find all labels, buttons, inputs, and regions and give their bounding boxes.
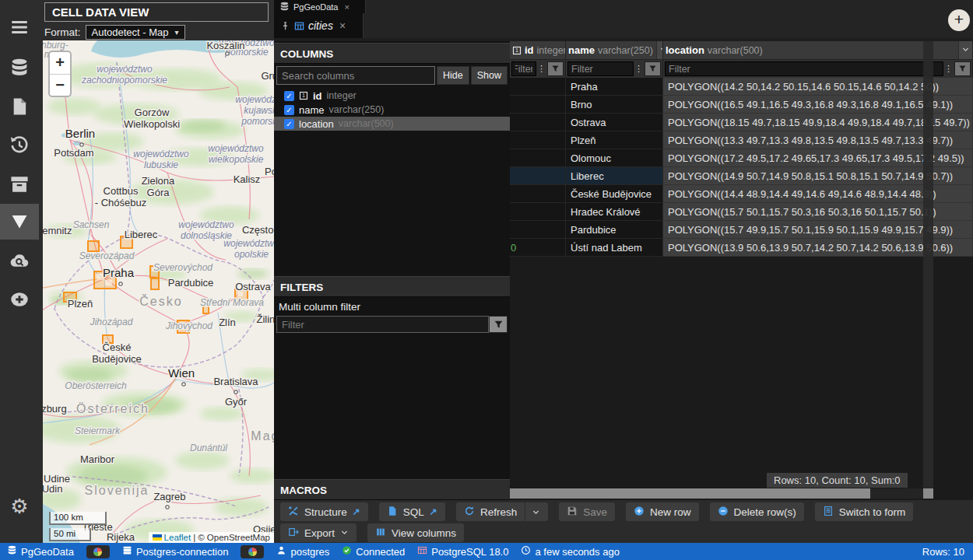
search-columns-input[interactable]	[276, 66, 435, 85]
history-icon[interactable]	[0, 128, 39, 163]
checkbox[interactable]: ✓	[284, 105, 294, 115]
close-icon[interactable]: ×	[339, 19, 346, 32]
cloud-search-icon[interactable]	[0, 243, 39, 278]
statusbar-server-item[interactable]: Postgres-connection	[122, 545, 229, 558]
cell-name[interactable]: Ústí nad Labem	[566, 239, 663, 257]
new-row-button[interactable]: New row	[626, 502, 699, 521]
geometry-marker[interactable]	[151, 278, 159, 289]
column-menu-button[interactable]	[656, 41, 663, 60]
cell-name[interactable]: České Budějovice	[566, 185, 663, 203]
cell-name[interactable]: Ostrava	[566, 114, 663, 131]
statusbar-user-item[interactable]: postgres	[276, 545, 329, 558]
tab-pggeodata[interactable]: PgGeoData ×	[274, 0, 366, 13]
cell-data-view-icon[interactable]	[0, 204, 39, 240]
sql-button[interactable]: SQL↗	[379, 502, 445, 521]
cell-id[interactable]	[510, 185, 566, 203]
filters-panel-header[interactable]: FILTERS	[274, 276, 510, 297]
database-color-button[interactable]	[86, 545, 110, 558]
filter-funnel-button[interactable]	[645, 61, 661, 76]
cell-id[interactable]	[510, 167, 566, 185]
grid-column-header-name[interactable]: namevarchar(250)	[566, 41, 663, 60]
filter-options-button[interactable]: ⋮	[943, 64, 954, 74]
filter-funnel-button[interactable]	[954, 61, 971, 76]
table-row[interactable]: OlomoucPOLYGON((17.2 49.5,17.2 49.65,17.…	[510, 149, 973, 167]
checkbox[interactable]: ✓	[284, 119, 294, 129]
cell-id[interactable]	[510, 78, 566, 96]
cell-id[interactable]: 0	[510, 239, 566, 257]
table-row[interactable]: PardubicePOLYGON((15.7 49.9,15.7 50.1,15…	[510, 221, 973, 239]
database-color-button[interactable]	[241, 545, 264, 558]
cell-name[interactable]: Liberec	[566, 167, 663, 185]
cell-name[interactable]: Pardubice	[566, 221, 663, 239]
statusbar-version-item[interactable]: PostgreSQL 18.0	[417, 545, 508, 558]
refresh-button[interactable]: Refresh	[456, 502, 548, 521]
cell-name[interactable]: Hradec Králové	[566, 203, 663, 221]
table-row[interactable]: Hradec KrálovéPOLYGON((15.7 50.1,15.7 50…	[510, 203, 973, 221]
dropdown-toggle[interactable]	[525, 502, 540, 521]
database-icon[interactable]	[0, 50, 39, 86]
columns-panel-header[interactable]: COLUMNS	[274, 43, 510, 64]
new-tab-button[interactable]: +	[948, 9, 970, 31]
cell-name[interactable]: Brno	[566, 96, 663, 114]
cell-name[interactable]: Plzeň	[566, 131, 663, 149]
horizontal-scrollbar[interactable]	[510, 488, 923, 499]
add-circle-icon[interactable]	[0, 282, 39, 317]
zoom-out-button[interactable]: −	[50, 74, 70, 96]
grid-filter-input-location[interactable]	[665, 61, 943, 76]
grid-column-header-id[interactable]: 1idinteger	[510, 41, 566, 60]
filter-options-button[interactable]: ⋮	[634, 64, 644, 74]
tab-cities[interactable]: cities ×	[274, 13, 364, 38]
cell-id[interactable]	[510, 114, 566, 131]
filter-options-button[interactable]: ⋮	[536, 64, 546, 74]
statusbar-clock-item[interactable]: a few seconds ago	[521, 545, 619, 558]
table-row[interactable]: PlzeňPOLYGON((13.3 49.7,13.3 49.8,13.5 4…	[510, 131, 973, 149]
format-select[interactable]: Autodetect - Map ▾	[86, 25, 185, 40]
structure-button[interactable]: Structure↗	[280, 502, 368, 521]
vertical-scrollbar[interactable]	[923, 41, 933, 499]
leaflet-map[interactable]: enburg-miwojewództwopomorskieKoszalinwoj…	[43, 40, 274, 543]
grid-filter-input-name[interactable]	[567, 61, 634, 76]
cell-id[interactable]	[510, 96, 566, 114]
view-columns-button[interactable]: View columns	[367, 523, 464, 542]
cell-id[interactable]	[510, 221, 566, 239]
statusbar-database-item[interactable]: PgGeoData	[7, 545, 74, 558]
settings-icon[interactable]: ⚙	[0, 488, 39, 524]
table-row[interactable]: 0Ústí nad LabemPOLYGON((13.9 50.6,13.9 5…	[510, 239, 973, 257]
map-label: Dunántúl	[190, 443, 227, 453]
column-list-item-name[interactable]: ✓namevarchar(250)	[274, 103, 510, 117]
table-row[interactable]: České BudějovicePOLYGON((14.4 48.9,14.4 …	[510, 185, 973, 203]
vertical-scrollbar-thumb[interactable]	[923, 488, 933, 499]
checkbox[interactable]: ✓	[284, 91, 294, 101]
cell-id[interactable]	[510, 203, 566, 221]
column-list-item-location[interactable]: ✓locationvarchar(500)	[274, 117, 510, 131]
grid-filter-input-id[interactable]	[511, 61, 536, 76]
export-button[interactable]: Export	[280, 523, 357, 542]
zoom-in-button[interactable]: +	[50, 52, 70, 74]
cell-id[interactable]	[510, 149, 566, 167]
close-icon[interactable]: ×	[344, 2, 349, 12]
table-row[interactable]: LiberecPOLYGON((14.9 50.7,14.9 50.8,15.1…	[510, 167, 973, 185]
filter-funnel-button[interactable]	[547, 61, 564, 76]
archive-icon[interactable]	[0, 166, 39, 202]
table-row[interactable]: OstravaPOLYGON((18.15 49.7,18.15 49.9,18…	[510, 114, 973, 131]
file-icon[interactable]	[0, 89, 39, 124]
horizontal-scrollbar-thumb[interactable]	[510, 488, 870, 499]
statusbar-check-item[interactable]: Connected	[342, 545, 405, 558]
cell-name[interactable]: Praha	[566, 78, 663, 96]
column-menu-button[interactable]	[958, 41, 972, 60]
delete-row-s--button[interactable]: Delete row(s)	[710, 502, 804, 521]
macros-panel-header[interactable]: MACROS	[274, 479, 510, 500]
filter-funnel-button[interactable]	[489, 316, 508, 333]
cell-name[interactable]: Olomouc	[566, 149, 663, 167]
leaflet-link[interactable]: Leaflet	[164, 533, 191, 542]
table-row[interactable]: PrahaPOLYGON((14.2 50,14.2 50.15,14.6 50…	[510, 78, 973, 96]
cell-id[interactable]	[510, 131, 566, 149]
multi-column-filter-input[interactable]	[276, 316, 489, 333]
hide-button[interactable]: Hide	[437, 66, 469, 85]
menu-icon[interactable]	[0, 9, 39, 45]
table-row[interactable]: BrnoPOLYGON((16.5 49.1,16.5 49.3,16.8 49…	[510, 96, 973, 114]
show-button[interactable]: Show	[471, 66, 508, 85]
data-grid[interactable]: 1idintegernamevarchar(250)locationvarcha…	[510, 41, 973, 500]
switch-to-form-button[interactable]: Switch to form	[815, 502, 914, 521]
column-list-item-id[interactable]: ✓1idinteger	[274, 89, 510, 103]
